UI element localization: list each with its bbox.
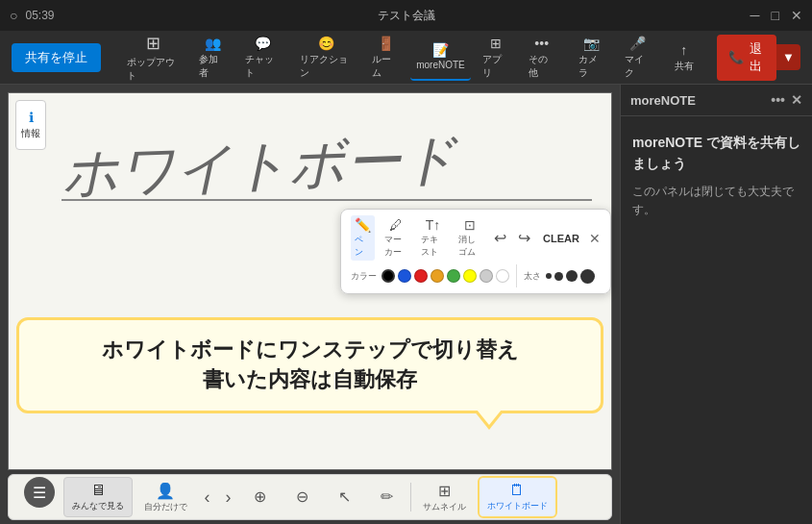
zoom-out-button[interactable]: ⊖ — [283, 484, 322, 511]
maximize-icon[interactable]: □ — [772, 8, 779, 23]
mic-icon: 🎤 — [629, 36, 646, 51]
share-self-icon: 👤 — [156, 482, 175, 500]
title-bar-left: ○ 05:39 — [10, 8, 55, 23]
window-controls: ─ □ ✕ — [750, 8, 802, 23]
whiteboard-button[interactable]: 🗒 ホワイトボード — [478, 476, 557, 518]
cursor-button[interactable]: ↖ — [326, 484, 364, 511]
other-button[interactable]: ••• その他 — [521, 35, 563, 81]
whiteboard-icon: 🗒 — [509, 482, 525, 499]
leave-button[interactable]: 📞 退出 — [717, 35, 776, 81]
share-stop-button[interactable]: 共有を停止 — [12, 43, 101, 72]
leave-dropdown-button[interactable]: ▼ — [776, 44, 800, 70]
morenote-icon: 📝 — [432, 42, 449, 58]
clear-button[interactable]: CLEAR — [539, 231, 583, 246]
menu-button[interactable]: ☰ — [24, 477, 55, 508]
info-icon: ℹ — [29, 110, 34, 125]
phone-icon: 📞 — [728, 50, 744, 64]
color-black[interactable] — [381, 269, 395, 283]
camera-button[interactable]: 📷 カメラ — [571, 35, 613, 81]
whiteboard-area: ℹ 情報 ホワイトボード ✏️ ペン 🖊 マーカー — [0, 85, 620, 524]
app-icon: ⊞ — [490, 36, 502, 51]
color-white[interactable] — [496, 269, 509, 283]
size-large[interactable] — [566, 270, 578, 282]
cursor-icon: ↖ — [338, 487, 351, 506]
marker-icon: 🖊 — [389, 217, 403, 233]
close-icon[interactable]: ✕ — [791, 8, 802, 23]
size-medium[interactable] — [554, 272, 563, 281]
text-tool[interactable]: T↑ テキスト — [417, 215, 448, 261]
reaction-button[interactable]: 😊 リアクション — [292, 35, 360, 81]
share-button[interactable]: ↑ 共有 — [663, 35, 705, 81]
size-label: 太さ — [524, 270, 541, 283]
pen-bottom-icon: ✏ — [381, 487, 393, 506]
right-panel-actions: ••• ✕ — [771, 92, 802, 108]
zoom-in-icon: ⊕ — [254, 487, 266, 506]
popup-button[interactable]: ⊞ ポップアウト — [119, 35, 187, 81]
whiteboard-canvas[interactable]: ホワイトボード ✏️ ペン 🖊 マーカー T↑ テキスト — [8, 92, 612, 470]
separator — [516, 264, 517, 287]
drawing-toolbar-close[interactable]: ✕ — [589, 231, 601, 246]
other-icon: ••• — [534, 36, 549, 51]
camera-icon: 📷 — [583, 36, 600, 51]
title-bar: ○ 05:39 テスト会議 ─ □ ✕ — [0, 0, 812, 31]
pen-icon: ✏️ — [355, 217, 371, 233]
right-panel-sub: このパネルは閉じても大丈夫です。 — [632, 183, 800, 219]
minimize-icon[interactable]: ─ — [750, 8, 760, 23]
zoom-in-button[interactable]: ⊕ — [241, 484, 280, 511]
app-button[interactable]: ⊞ アプリ — [475, 35, 517, 81]
timer-icon: ○ — [10, 8, 17, 23]
pen-tool[interactable]: ✏️ ペン — [351, 215, 375, 261]
panel-close-icon[interactable]: ✕ — [791, 92, 802, 108]
next-button[interactable]: › — [220, 484, 237, 512]
chat-icon: 💬 — [255, 36, 271, 51]
redo-button[interactable]: ↪ — [515, 227, 533, 249]
drawing-toolbar: ✏️ ペン 🖊 マーカー T↑ テキスト ⊡ 消しゴム — [340, 209, 611, 294]
tooltip-box: ホワイトボードにワンステップで切り替え 書いた内容は自動保存 — [16, 317, 603, 413]
timer-display: 05:39 — [25, 9, 54, 22]
whiteboard-handwriting: ホワイトボード — [61, 117, 593, 211]
info-label: 情報 — [21, 127, 40, 140]
pen-bottom-button[interactable]: ✏ — [368, 484, 406, 511]
share-all-icon: 🖥 — [90, 482, 106, 499]
undo-button[interactable]: ↩ — [491, 227, 509, 249]
main-content: ℹ 情報 ホワイトボード ✏️ ペン 🖊 マーカー — [0, 85, 812, 524]
thumbnail-button[interactable]: ⊞ サムネイル — [415, 478, 474, 517]
share-self-button[interactable]: 👤 自分だけで — [136, 478, 195, 517]
bottom-separator — [410, 483, 411, 512]
window-title: テスト会議 — [378, 8, 435, 24]
participants-button[interactable]: 👥 参加者 — [191, 35, 234, 81]
room-icon: 🚪 — [378, 36, 394, 51]
thumbnail-icon: ⊞ — [438, 482, 451, 500]
whiteboard-line — [62, 199, 592, 201]
tooltip-arrow-inner — [477, 410, 502, 425]
participants-icon: 👥 — [205, 36, 221, 51]
eraser-icon: ⊡ — [464, 217, 476, 233]
tooltip-text1: ホワイトボードにワンステップで切り替え 書いた内容は自動保存 — [42, 336, 578, 395]
color-yellow[interactable] — [463, 269, 477, 283]
main-toolbar: 共有を停止 ⊞ ポップアウト 👥 参加者 💬 チャット 😊 リアクション 🚪 ル… — [0, 31, 812, 85]
mic-button[interactable]: 🎤 マイク — [617, 35, 659, 81]
share-all-button[interactable]: 🖥 みんなで見る — [63, 477, 133, 517]
room-button[interactable]: 🚪 ルーム — [364, 35, 406, 81]
more-icon[interactable]: ••• — [771, 92, 785, 108]
color-red[interactable] — [414, 269, 428, 283]
right-panel-heading: moreNOTE で資料を共有しましょう — [632, 132, 800, 175]
color-gray[interactable] — [480, 269, 493, 283]
eraser-tool[interactable]: ⊡ 消しゴム — [455, 215, 485, 261]
share-icon: ↑ — [680, 42, 687, 58]
bottom-toolbar: ☰ 🖥 みんなで見る 👤 自分だけで ‹ › ⊕ ⊖ ↖ ✏ — [8, 474, 612, 520]
color-blue[interactable] — [398, 269, 411, 283]
right-panel-header: moreNOTE ••• ✕ — [621, 85, 812, 116]
color-orange[interactable] — [431, 269, 444, 283]
size-xlarge[interactable] — [580, 269, 595, 284]
color-label: カラー — [351, 270, 377, 283]
size-small[interactable] — [546, 273, 552, 279]
color-green[interactable] — [447, 269, 460, 283]
prev-button[interactable]: ‹ — [199, 484, 216, 512]
chat-button[interactable]: 💬 チャット — [237, 35, 288, 81]
info-button[interactable]: ℹ 情報 — [15, 100, 46, 150]
popup-icon: ⊞ — [146, 33, 160, 54]
marker-tool[interactable]: 🖊 マーカー — [381, 215, 411, 261]
morenote-button[interactable]: 📝 moreNOTE — [410, 35, 471, 81]
right-panel-content: moreNOTE で資料を共有しましょう このパネルは閉じても大丈夫です。 — [621, 116, 812, 235]
